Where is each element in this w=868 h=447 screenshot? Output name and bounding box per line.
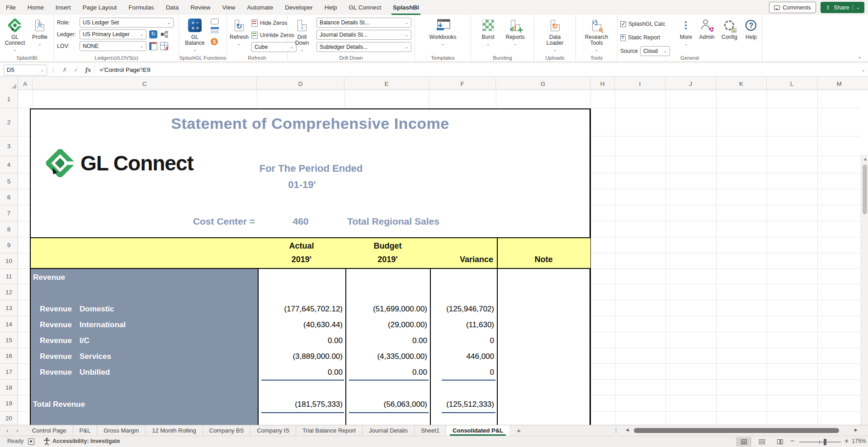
vertical-scroll-thumb[interactable]: [863, 165, 867, 214]
row-header-5[interactable]: 5: [0, 174, 18, 189]
tab-control-page[interactable]: Control Page: [26, 425, 73, 436]
table-delete-icon[interactable]: ✗: [160, 42, 168, 50]
row-header-6[interactable]: 6: [0, 189, 18, 205]
hscroll-left-icon[interactable]: ◀: [626, 428, 629, 432]
column-header-k[interactable]: K: [716, 77, 767, 90]
tab-consolidated-pl-active[interactable]: Consolidated P&L: [446, 425, 509, 436]
mini-table-icon[interactable]: [211, 27, 219, 35]
zoom-slider-track[interactable]: [799, 442, 841, 442]
accessibility-status[interactable]: Accessibility: Investigate: [52, 438, 120, 444]
hierarchy-icon[interactable]: [160, 30, 168, 38]
column-header-a[interactable]: A: [18, 77, 33, 90]
collapse-ribbon-chevron-icon[interactable]: ⌄: [858, 54, 862, 60]
tab-trial-balance-report[interactable]: Trial Balance Report: [296, 425, 363, 436]
row-header-15[interactable]: 15: [0, 332, 18, 348]
column-header-g[interactable]: G: [496, 77, 590, 90]
page-break-view-button[interactable]: [772, 437, 788, 447]
currency-icon[interactable]: $: [211, 38, 218, 45]
config-button[interactable]: Config: [720, 17, 739, 40]
row-header-11[interactable]: 11: [0, 269, 18, 284]
menu-view[interactable]: View: [216, 0, 241, 15]
gl-balance-button[interactable]: +−×= GL Balance ⌄: [182, 17, 208, 53]
tab-sheet1[interactable]: Sheet1: [415, 425, 446, 436]
horizontal-scroll-thumb[interactable]: [634, 428, 839, 433]
tab-gross-margin[interactable]: Gross Margin: [97, 425, 146, 436]
help-button[interactable]: ? Help: [743, 17, 759, 40]
enter-icon[interactable]: ✓: [71, 66, 82, 73]
lov-dropdown[interactable]: NONE⌄: [80, 41, 146, 51]
column-header-m[interactable]: M: [817, 77, 861, 90]
scroll-up-icon[interactable]: ▲: [863, 156, 868, 161]
column-header-f[interactable]: F: [429, 77, 496, 90]
column-header-l[interactable]: L: [767, 77, 817, 90]
zoom-out-button[interactable]: −: [790, 437, 794, 445]
journal-details-dropdown[interactable]: Journal Details St...⌄: [316, 30, 411, 40]
new-sheet-button[interactable]: +: [509, 425, 528, 436]
balance-details-dropdown[interactable]: Balance Details St...⌄: [316, 18, 411, 28]
row-header-13[interactable]: 13: [0, 300, 18, 316]
row-header-14[interactable]: 14: [0, 316, 18, 332]
gl-connect-button[interactable]: GL Connect ⌄: [3, 17, 27, 53]
menu-gl-connect[interactable]: GL Connect: [343, 0, 387, 15]
row-header-9[interactable]: 9: [0, 237, 18, 254]
source-dropdown[interactable]: Cloud⌄: [640, 46, 670, 56]
row-header-16[interactable]: 16: [0, 348, 18, 364]
document-panel-icon[interactable]: [149, 42, 157, 50]
menu-data[interactable]: Data: [160, 0, 185, 15]
row-header-8[interactable]: 8: [0, 221, 18, 237]
admin-button[interactable]: Admin: [698, 17, 716, 40]
more-button[interactable]: More ⌄: [679, 17, 693, 47]
row-header-10[interactable]: 10: [0, 254, 18, 269]
row-header-18[interactable]: 18: [0, 380, 18, 395]
column-header-c[interactable]: C: [33, 77, 257, 90]
menu-review[interactable]: Review: [184, 0, 216, 15]
subledger-details-dropdown[interactable]: Subledger Details...⌄: [316, 42, 411, 52]
menu-page-layout[interactable]: Page Layout: [77, 0, 123, 15]
research-tools-button[interactable]: Research Tools ⌄: [583, 17, 611, 53]
row-header-4[interactable]: 4: [0, 156, 18, 174]
row-header-20[interactable]: 20: [0, 412, 18, 425]
name-box[interactable]: D5 ⌄: [4, 65, 47, 75]
row-header-3[interactable]: 3: [0, 136, 18, 156]
row-header-1[interactable]: 1: [0, 90, 18, 108]
share-chevron-icon[interactable]: ⌄: [853, 5, 860, 10]
tab-pl[interactable]: P&L: [73, 425, 98, 436]
tab-company-is[interactable]: Company IS: [250, 425, 296, 436]
cancel-icon[interactable]: ✗: [59, 66, 71, 73]
workbooks-button[interactable]: Workbooks ⌄: [426, 17, 460, 47]
page-layout-view-button[interactable]: [754, 437, 769, 447]
burst-button[interactable]: Burst ⌄: [478, 17, 499, 47]
column-header-d[interactable]: D: [257, 77, 344, 90]
column-header-h[interactable]: H: [590, 77, 615, 90]
refresh-button[interactable]: ↻ Refresh ⌄: [230, 17, 249, 47]
static-report-button[interactable]: Static Report: [620, 32, 674, 43]
macro-record-icon[interactable]: [28, 438, 34, 445]
ledger-dropdown[interactable]: US Primary Ledger⌄: [80, 29, 146, 39]
comments-button[interactable]: Comments: [769, 2, 816, 13]
menu-file[interactable]: File: [0, 0, 22, 15]
reports-button[interactable]: + Reports ⌄: [503, 17, 528, 47]
menu-home[interactable]: Home: [22, 0, 50, 15]
tab-journal-details[interactable]: Journal Details: [363, 425, 415, 436]
tab-12-month-rolling[interactable]: 12 Month Rolling: [146, 425, 203, 436]
zoom-slider-thumb[interactable]: [824, 439, 826, 445]
comment-icon[interactable]: [211, 19, 219, 24]
row-header-7[interactable]: 7: [0, 205, 18, 221]
vertical-scrollbar[interactable]: ▲: [861, 155, 868, 425]
zoom-in-button[interactable]: +: [844, 437, 849, 445]
row-header-19[interactable]: 19: [0, 395, 18, 412]
tab-scroll-left-icon[interactable]: ‹: [6, 427, 8, 434]
drill-down-button[interactable]: ↓ Drill Down ⌄: [290, 17, 314, 53]
column-header-j[interactable]: J: [665, 77, 716, 90]
formula-input[interactable]: ='Control Page'!E9: [95, 66, 150, 73]
profile-button[interactable]: Profile ⌄: [30, 17, 50, 47]
menu-splashbi-active-tab[interactable]: SplashBI: [387, 0, 425, 15]
select-all-corner[interactable]: [0, 77, 18, 90]
column-header-i[interactable]: I: [615, 77, 665, 90]
tab-company-bs[interactable]: Company BS: [203, 425, 251, 436]
tab-scroll-right-icon[interactable]: ›: [16, 427, 18, 434]
zoom-level[interactable]: 175%: [852, 438, 866, 444]
menu-help[interactable]: Help: [319, 0, 343, 15]
row-header-17[interactable]: 17: [0, 364, 18, 380]
role-dropdown[interactable]: US Ledger Set⌄: [80, 18, 174, 28]
